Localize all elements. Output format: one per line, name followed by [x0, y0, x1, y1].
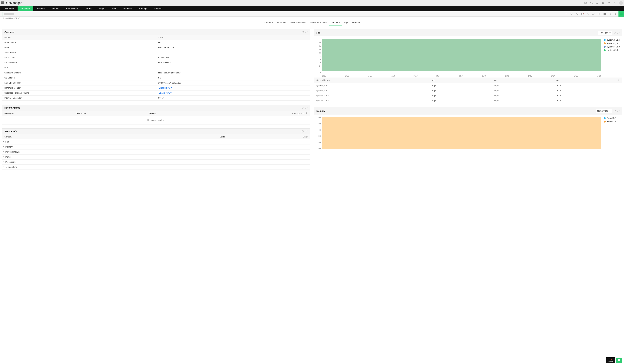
refresh-icon[interactable]: [613, 110, 616, 112]
recent-alarms-title: Recent Alarms: [4, 106, 20, 109]
sensor-group-fan[interactable]: Fan: [2, 139, 310, 144]
fan-chart: 2 1.8 1.6 1.4 1.2 1 0.8 0.6 0.4 0.2 0: [316, 39, 601, 77]
search-icon[interactable]: [305, 112, 308, 114]
memory-legend: Board 2.2 Board 1.1: [601, 117, 620, 149]
nav-maps[interactable]: Maps: [96, 6, 108, 11]
fan-subcol-sensor[interactable]: Sensor Name: [314, 78, 430, 83]
expand-icon[interactable]: [305, 31, 308, 33]
overview-col-name[interactable]: Name: [2, 35, 156, 40]
table-row: system(3).1.32 rpm2 rpm2 rpm: [314, 93, 622, 98]
user-avatar[interactable]: [619, 1, 623, 5]
alarms-empty-message: No records to view.: [2, 116, 310, 124]
sensor-group-memory[interactable]: Memory: [2, 144, 310, 150]
bell-icon[interactable]: [601, 1, 604, 4]
nav-more-icon[interactable]: ⋮: [620, 6, 624, 11]
tab-hardware[interactable]: Hardware: [329, 20, 341, 26]
expand-icon[interactable]: [305, 106, 308, 109]
edit-icon[interactable]: [162, 97, 164, 99]
overview-col-value: Value: [156, 35, 310, 40]
refresh-icon[interactable]: [301, 31, 304, 33]
chat-widget[interactable]: [616, 358, 622, 363]
table-row: OS Version5.7: [2, 75, 310, 80]
fan-subcol-min[interactable]: Min: [430, 78, 491, 83]
hamburger-menu[interactable]: [619, 11, 624, 17]
nav-reports[interactable]: Reports: [151, 6, 165, 11]
search-icon[interactable]: [596, 1, 599, 4]
sensor-group-power[interactable]: Power: [2, 155, 310, 159]
alarms-col-lastupdated[interactable]: Last Updated: [292, 112, 304, 115]
mail-icon[interactable]: [580, 11, 585, 17]
svg-point-3: [596, 2, 598, 4]
expand-icon[interactable]: [305, 130, 308, 133]
expand-icon[interactable]: [617, 110, 620, 112]
tab-summary[interactable]: Summary: [262, 20, 275, 26]
legend-dot-icon: [604, 39, 606, 41]
workflow-icon[interactable]: [574, 11, 580, 17]
svg-rect-2: [592, 3, 593, 4]
sensor-group-partition[interactable]: Partition Details: [2, 150, 310, 155]
graph-icon[interactable]: [591, 11, 596, 17]
alarms-col-severity[interactable]: Severity: [146, 111, 207, 116]
refresh-icon[interactable]: [301, 106, 304, 109]
tab-active-processes[interactable]: Active Processes: [288, 20, 308, 26]
nav-apps[interactable]: Apps: [108, 6, 120, 11]
nav-workflow[interactable]: Workflow: [120, 6, 136, 11]
alarm-count-pill[interactable]: 19 Alarms: [606, 357, 615, 363]
sensor-group-temperature[interactable]: Temperature: [2, 165, 310, 170]
nav-settings[interactable]: Settings: [136, 6, 151, 11]
sensor-col-units[interactable]: Units: [265, 134, 310, 139]
alarm-config-icon[interactable]: [569, 11, 574, 17]
table-row: UUID: [2, 65, 310, 70]
main-nav: Dashboard Inventory Network Servers Virt…: [0, 6, 624, 11]
table-row: Serial NumberME92745Y83: [2, 60, 310, 65]
fan-subcol-avg[interactable]: Avg: [553, 78, 615, 83]
nav-inventory[interactable]: Inventory: [18, 6, 33, 11]
sensor-group-processors[interactable]: Processors: [2, 159, 310, 165]
nav-dashboard[interactable]: Dashboard: [0, 6, 18, 11]
legend-dot-icon: [604, 121, 606, 123]
headset-icon[interactable]: [590, 1, 593, 4]
nav-servers[interactable]: Servers: [48, 6, 63, 11]
legend-dot-icon: [604, 49, 606, 51]
prev-icon[interactable]: [607, 11, 613, 17]
table-row: Hardware Monitor Disable now ?: [2, 85, 310, 91]
nav-alarms[interactable]: Alarms: [82, 6, 96, 11]
nav-virtualization[interactable]: Virtualization: [63, 6, 82, 11]
next-icon[interactable]: [613, 11, 619, 17]
legend-dot-icon: [604, 117, 606, 119]
masthead-bar: OpManager: [0, 0, 624, 6]
overview-card: Overview Name Value ManufacturerHP Model…: [2, 29, 310, 101]
sensor-col-value[interactable]: Value: [218, 134, 265, 139]
nav-network[interactable]: Network: [33, 6, 48, 11]
alarms-col-message[interactable]: Message: [2, 111, 74, 116]
plug-icon[interactable]: [607, 1, 610, 4]
terminal-icon[interactable]: [602, 11, 607, 17]
link-icon[interactable]: [585, 11, 591, 17]
globe-icon[interactable]: [596, 11, 602, 17]
fan-subcol-max[interactable]: Max: [491, 78, 553, 83]
tab-installed-software[interactable]: Installed Software: [308, 20, 329, 26]
present-icon[interactable]: [584, 1, 587, 4]
refresh-icon[interactable]: [613, 32, 616, 34]
tab-monitors[interactable]: Monitors: [350, 20, 362, 26]
search-icon[interactable]: [617, 79, 620, 81]
apps-switcher-icon[interactable]: [1, 1, 4, 4]
table-row: Operating SystemRed Hat Enterprise Linux: [2, 70, 310, 75]
disable-hw-monitor-link[interactable]: Disable now ?: [159, 87, 172, 89]
fan-metric-dropdown[interactable]: Fan-Rpm: [598, 31, 612, 35]
memory-metric-dropdown[interactable]: Memory-Mb: [596, 109, 612, 113]
memory-card-title: Memory: [316, 110, 325, 112]
expand-icon[interactable]: [617, 32, 620, 34]
svg-rect-7: [581, 13, 584, 15]
tab-apps[interactable]: Apps: [341, 20, 350, 26]
gear-icon[interactable]: [613, 1, 616, 4]
enable-suppress-link[interactable]: Enable Now ?: [159, 92, 172, 94]
table-row: Service Tag683622-335: [2, 55, 310, 60]
alarms-col-technician[interactable]: Technician: [74, 111, 146, 116]
refresh-icon[interactable]: [301, 130, 304, 133]
svg-point-4: [614, 2, 615, 3]
sensor-col-name[interactable]: Sensor: [2, 134, 218, 139]
trend-icon[interactable]: [563, 11, 569, 17]
recent-alarms-card: Recent Alarms Message Technician Severit…: [2, 105, 310, 125]
tab-interfaces[interactable]: Interfaces: [275, 20, 288, 26]
